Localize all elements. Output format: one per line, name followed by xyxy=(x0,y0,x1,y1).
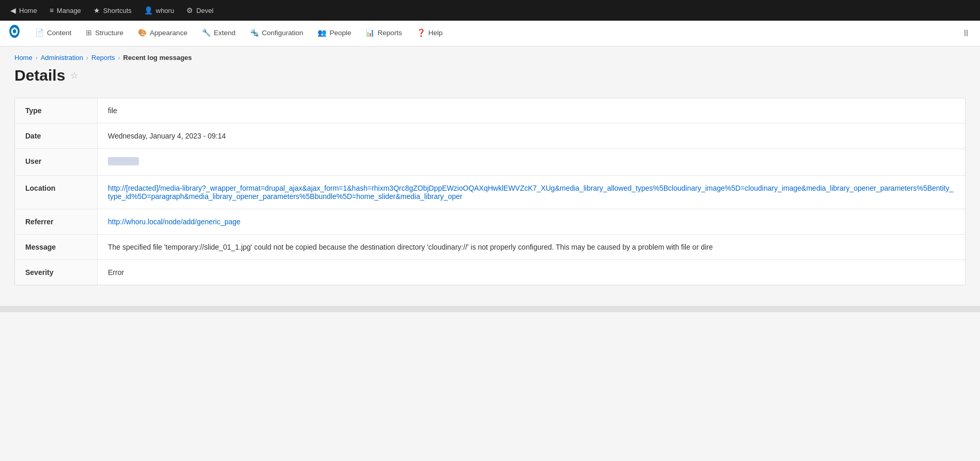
admin-bar-user[interactable]: 👤 whoru xyxy=(138,0,180,21)
detail-value-message: The specified file 'temporary://slide_01… xyxy=(98,235,965,259)
breadcrumb-sep-2: › xyxy=(86,54,88,62)
admin-bar-manage[interactable]: ≡ Manage xyxy=(43,0,87,21)
detail-row-user: User xyxy=(15,149,965,176)
nav-people-label: People xyxy=(329,29,351,37)
detail-row-message: Message The specified file 'temporary://… xyxy=(15,235,965,260)
detail-label-location: Location xyxy=(15,176,98,209)
breadcrumb: Home › Administration › Reports › Recent… xyxy=(14,54,966,62)
detail-label-date: Date xyxy=(15,124,98,148)
detail-value-severity: Error xyxy=(98,260,965,285)
nav-content[interactable]: 📄 Content xyxy=(28,21,78,46)
nav-configuration-label: Configuration xyxy=(262,29,303,37)
detail-value-user xyxy=(98,149,965,175)
nav-structure-label: Structure xyxy=(95,29,123,37)
breadcrumb-sep-3: › xyxy=(118,54,120,62)
configuration-nav-icon: 🔩 xyxy=(250,28,259,37)
svg-point-2 xyxy=(13,29,16,33)
appearance-nav-icon: 🎨 xyxy=(138,28,147,37)
nav-reports-label: Reports xyxy=(377,29,402,37)
detail-label-type: Type xyxy=(15,98,98,123)
detail-value-date: Wednesday, January 4, 2023 - 09:14 xyxy=(98,124,965,148)
breadcrumb-current: Recent log messages xyxy=(123,54,192,62)
nav-people[interactable]: 👥 People xyxy=(310,21,358,46)
detail-label-message: Message xyxy=(15,235,98,259)
breadcrumb-sep-1: › xyxy=(36,54,38,62)
admin-bar: ◀ Home ≡ Manage ★ Shortcuts 👤 whoru ⚙ De… xyxy=(0,0,980,21)
bookmark-star-icon[interactable]: ☆ xyxy=(70,70,78,81)
nav-help-label: Help xyxy=(429,29,443,37)
user-avatar-blur xyxy=(108,157,139,165)
people-nav-icon: 👥 xyxy=(318,28,326,37)
admin-bar-user-label: whoru xyxy=(156,7,174,14)
nav-help[interactable]: ❓ Help xyxy=(409,21,450,46)
home-icon: ◀ xyxy=(10,6,16,14)
detail-row-location: Location http://[redacted]/media-library… xyxy=(15,176,965,209)
structure-nav-icon: ⊞ xyxy=(86,28,92,37)
manage-icon: ≡ xyxy=(50,6,54,14)
nav-right-toggle[interactable]: ⏸ xyxy=(961,28,975,39)
admin-bar-home[interactable]: ◀ Home xyxy=(4,0,43,21)
details-table: Type file Date Wednesday, January 4, 202… xyxy=(14,98,966,285)
admin-bar-shortcuts-label: Shortcuts xyxy=(103,7,132,14)
nav-appearance[interactable]: 🎨 Appearance xyxy=(131,21,195,46)
admin-bar-devel-label: Devel xyxy=(196,7,213,14)
admin-bar-shortcuts[interactable]: ★ Shortcuts xyxy=(87,0,138,21)
detail-label-referrer: Referrer xyxy=(15,209,98,234)
user-icon: 👤 xyxy=(144,6,153,14)
page-title-area: Details ☆ xyxy=(0,64,980,93)
extend-nav-icon: 🔧 xyxy=(202,28,211,37)
detail-row-date: Date Wednesday, January 4, 2023 - 09:14 xyxy=(15,124,965,149)
content-nav-icon: 📄 xyxy=(35,28,44,37)
nav-extend-label: Extend xyxy=(214,29,235,37)
secondary-nav: 📄 Content ⊞ Structure 🎨 Appearance 🔧 Ext… xyxy=(0,21,980,47)
admin-bar-manage-label: Manage xyxy=(57,7,81,14)
help-nav-icon: ❓ xyxy=(417,28,425,37)
page-title: Details xyxy=(14,67,65,84)
horizontal-scrollbar[interactable] xyxy=(0,306,980,312)
reports-nav-icon: 📊 xyxy=(366,28,374,37)
detail-value-type: file xyxy=(98,98,965,123)
breadcrumb-bar: Home › Administration › Reports › Recent… xyxy=(0,47,980,64)
shortcuts-icon: ★ xyxy=(93,6,100,14)
detail-row-severity: Severity Error xyxy=(15,260,965,285)
nav-configuration[interactable]: 🔩 Configuration xyxy=(243,21,310,46)
admin-bar-devel[interactable]: ⚙ Devel xyxy=(180,0,219,21)
nav-extend[interactable]: 🔧 Extend xyxy=(195,21,243,46)
detail-label-severity: Severity xyxy=(15,260,98,285)
breadcrumb-reports[interactable]: Reports xyxy=(91,54,115,62)
admin-bar-home-label: Home xyxy=(19,7,37,14)
devel-icon: ⚙ xyxy=(186,6,193,14)
breadcrumb-admin[interactable]: Administration xyxy=(41,54,83,62)
detail-value-referrer: http://whoru.local/node/add/generic_page xyxy=(98,209,965,234)
drupal-logo xyxy=(5,24,24,43)
nav-reports[interactable]: 📊 Reports xyxy=(358,21,409,46)
main-content: Type file Date Wednesday, January 4, 202… xyxy=(0,93,980,306)
nav-content-label: Content xyxy=(47,29,71,37)
referrer-link[interactable]: http://whoru.local/node/add/generic_page xyxy=(108,218,241,226)
detail-label-user: User xyxy=(15,149,98,175)
location-link[interactable]: http://[redacted]/media-library?_wrapper… xyxy=(108,184,953,201)
nav-appearance-label: Appearance xyxy=(150,29,187,37)
nav-structure[interactable]: ⊞ Structure xyxy=(78,21,131,46)
breadcrumb-home[interactable]: Home xyxy=(14,54,33,62)
detail-row-referrer: Referrer http://whoru.local/node/add/gen… xyxy=(15,209,965,235)
detail-value-location: http://[redacted]/media-library?_wrapper… xyxy=(98,176,965,209)
detail-row-type: Type file xyxy=(15,98,965,124)
